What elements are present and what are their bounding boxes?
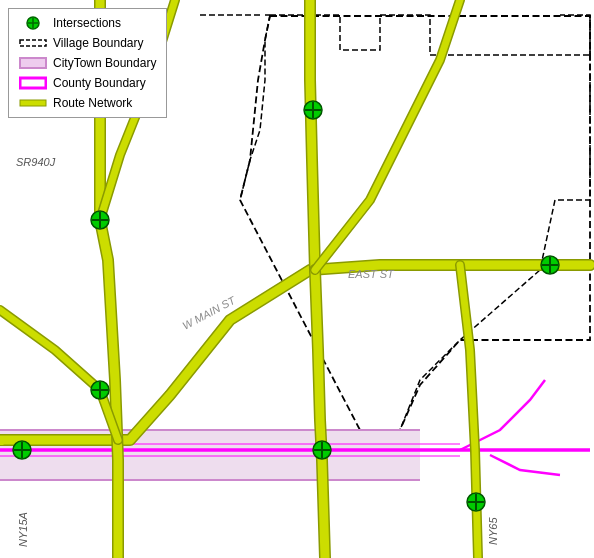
route-symbol xyxy=(19,95,47,111)
legend-item-county: County Boundary xyxy=(19,75,156,91)
legend: Intersections Village Boundary CityTown … xyxy=(8,8,167,118)
citytown-symbol xyxy=(19,55,47,71)
village-boundary-top xyxy=(200,15,590,55)
east-st-label: EAST ST xyxy=(348,268,395,280)
svg-rect-4 xyxy=(20,58,46,68)
legend-label-village: Village Boundary xyxy=(53,36,144,50)
ny15a-label: NY15A xyxy=(17,512,29,547)
legend-item-intersections: Intersections xyxy=(19,15,156,31)
village-symbol xyxy=(19,35,47,51)
ny65-label: NY65 xyxy=(487,517,499,545)
legend-item-route: Route Network xyxy=(19,95,156,111)
svg-rect-3 xyxy=(20,40,46,46)
legend-label-county: County Boundary xyxy=(53,76,146,90)
legend-item-village: Village Boundary xyxy=(19,35,156,51)
legend-label-intersections: Intersections xyxy=(53,16,121,30)
legend-item-citytown: CityTown Boundary xyxy=(19,55,156,71)
vertical-road-mid-fill xyxy=(310,0,315,270)
road-upper-right-outline xyxy=(315,0,460,270)
map-container: Intersections Village Boundary CityTown … xyxy=(0,0,594,558)
county-symbol xyxy=(19,75,47,91)
road-upper-right-fill xyxy=(315,0,460,270)
main-road-outline xyxy=(0,265,590,440)
main-road-fill xyxy=(0,265,590,440)
village-boundary-path xyxy=(240,15,590,430)
svg-rect-6 xyxy=(20,100,46,106)
legend-label-route: Route Network xyxy=(53,96,132,110)
diagonal-road-lower-fill xyxy=(0,310,118,440)
legend-label-citytown: CityTown Boundary xyxy=(53,56,156,70)
village-boundary-closed xyxy=(240,16,590,430)
county-branch-lower xyxy=(490,455,560,475)
vertical-road-mid-lower-fill xyxy=(315,270,325,558)
sr940j-label: SR940J xyxy=(16,156,56,168)
svg-rect-5 xyxy=(20,78,46,88)
diagonal-road-lower-outline xyxy=(0,310,118,440)
intersection-symbol xyxy=(19,15,47,31)
